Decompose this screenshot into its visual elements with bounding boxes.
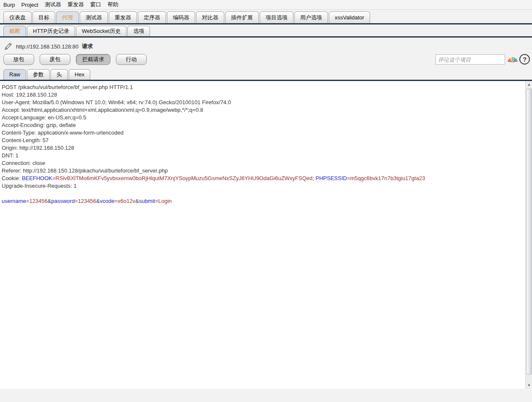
tab-project-options[interactable]: 项目选项: [260, 11, 293, 23]
request-line: Accept: text/html,application/xhtml+xml,…: [2, 106, 525, 114]
request-line: Origin: http://192.168.150.128: [2, 144, 525, 152]
highlighter-icon[interactable]: [508, 55, 518, 64]
menu-bar: Burp Project 测试器 重发器 窗口 帮助: [0, 0, 532, 10]
request-line: Content-Length: 57: [2, 137, 525, 144]
scroll-up-button[interactable]: ▲: [526, 81, 532, 88]
request-line: Accept-Encoding: gzip, deflate: [2, 121, 525, 129]
request-line: username=123456&password=123456&vcode=x6…: [2, 197, 525, 205]
proxy-tab-underline: [0, 36, 532, 38]
tab-hex[interactable]: Hex: [69, 69, 90, 80]
action-button[interactable]: 行动: [116, 54, 147, 65]
tab-proxy[interactable]: 代理: [56, 11, 79, 23]
search-bar: ? < + > 没有比赛: [0, 389, 532, 402]
request-line: Referer: http://192.168.150.128/pikachu/…: [2, 167, 525, 175]
tab-target[interactable]: 目标: [32, 11, 55, 23]
menu-help[interactable]: 帮助: [107, 1, 118, 8]
drop-button[interactable]: 废包: [40, 54, 70, 65]
tab-dashboard[interactable]: 仪表盘: [3, 11, 32, 23]
scrollbar: ▲ ▼: [525, 81, 532, 389]
pencil-icon[interactable]: [3, 42, 13, 51]
scroll-down-button[interactable]: ▼: [526, 382, 532, 389]
tab-xssvalidator[interactable]: xssValidator: [329, 11, 370, 23]
tab-intruder[interactable]: 测试器: [80, 11, 108, 23]
menu-burp[interactable]: Burp: [3, 2, 15, 8]
tab-params[interactable]: 参数: [27, 69, 50, 80]
intercepted-url: http://192.168.150.128:80: [16, 43, 78, 50]
tab-decoder[interactable]: 编码器: [167, 11, 195, 23]
tab-extender[interactable]: 插件扩展: [225, 11, 259, 23]
request-line: POST /pikachu/vul/burteforce/bf_server.p…: [2, 84, 525, 91]
tab-http-history[interactable]: HTTP历史记录: [27, 26, 75, 36]
request-line: Accept-Language: en-US,en;q=0.5: [2, 114, 525, 121]
request-line: Upgrade-Insecure-Requests: 1: [2, 182, 525, 190]
tab-proxy-options[interactable]: 选项: [127, 26, 150, 36]
scroll-thumb[interactable]: [526, 89, 532, 375]
intercept-controls: 放包 废包 拦截请求 行动: [3, 54, 147, 65]
menu-repeater[interactable]: 重发器: [67, 1, 84, 8]
tab-intercept[interactable]: 截断: [3, 26, 26, 36]
request-line: Connection: close: [2, 159, 525, 167]
tab-repeater[interactable]: 重发器: [109, 11, 137, 23]
tab-raw[interactable]: Raw: [3, 69, 26, 80]
request-info-row: http://192.168.150.128:80 请求: [3, 41, 93, 52]
intercept-toggle-button[interactable]: 拦截请求: [76, 54, 110, 65]
request-line: User-Agent: Mozilla/5.0 (Windows NT 10.0…: [2, 99, 525, 106]
tab-websocket-history[interactable]: WebSocket历史: [76, 26, 126, 36]
tab-user-options[interactable]: 用户选项: [294, 11, 328, 23]
request-line: DNT: 1: [2, 152, 525, 159]
main-tab-bar: 仪表盘 目标 代理 测试器 重发器 定序器 编码器 对比器 插件扩展 项目选项 …: [3, 11, 370, 23]
request-line: Content-Type: application/x-www-form-url…: [2, 129, 525, 137]
request-line: Host: 192.168.150.128: [2, 91, 525, 99]
forward-button[interactable]: 放包: [3, 54, 34, 65]
request-editor[interactable]: POST /pikachu/vul/burteforce/bf_server.p…: [0, 81, 525, 389]
message-tab-bar: Raw 参数 头 Hex: [3, 69, 90, 80]
help-icon[interactable]: ?: [519, 54, 530, 65]
menu-project[interactable]: Project: [21, 2, 38, 8]
menu-intruder[interactable]: 测试器: [45, 1, 61, 8]
tab-headers[interactable]: 头: [51, 69, 68, 80]
request-label: 请求: [82, 43, 93, 50]
proxy-tab-bar: 截断 HTTP历史记录 WebSocket历史 选项: [3, 26, 150, 36]
request-line: [2, 190, 525, 197]
request-line: Cookie: BEEFHOOK=RSlvBXlTMo6mKFv5yvbsxem…: [2, 175, 525, 182]
comment-input[interactable]: [435, 54, 505, 65]
tab-sequencer[interactable]: 定序器: [138, 11, 166, 23]
tab-comparer[interactable]: 对比器: [196, 11, 224, 23]
main-tab-underline: [0, 23, 532, 24]
menu-window[interactable]: 窗口: [90, 1, 101, 8]
